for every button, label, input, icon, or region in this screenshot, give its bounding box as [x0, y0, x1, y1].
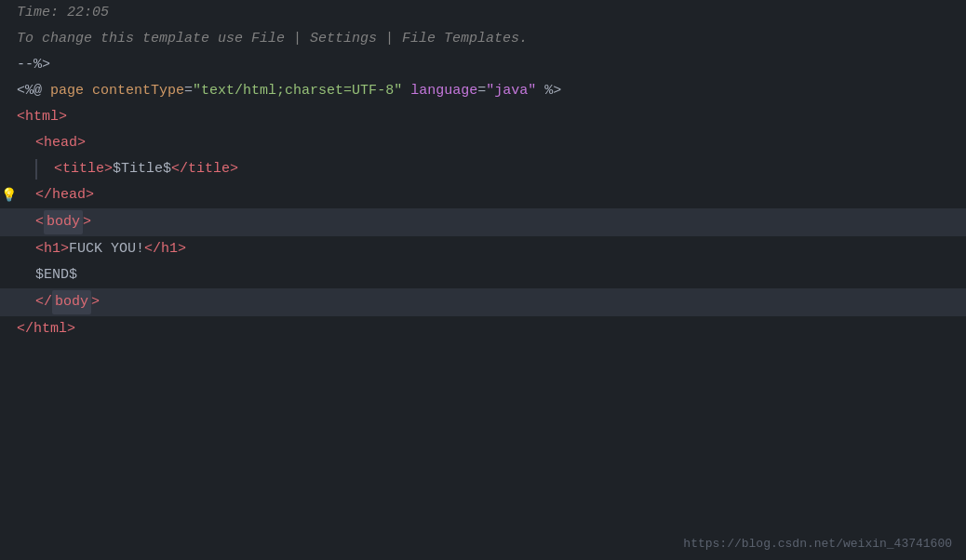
time-comment: Time: 22:05 — [17, 2, 109, 24]
line-body-close: </body> — [0, 288, 966, 316]
content-type-attr: contentType — [92, 80, 184, 102]
line-close-jsp: --%> — [0, 52, 966, 78]
html-open-bracket: < — [17, 106, 25, 128]
line-page-directive: <%@ page contentType="text/html;charset=… — [0, 78, 966, 104]
h1-end-close: > — [178, 238, 186, 260]
page-keyword: page — [50, 80, 84, 102]
title-tag-close: title — [188, 158, 230, 180]
jsp-open: <%@ — [17, 80, 50, 102]
space2 — [402, 80, 410, 102]
body-open-bracket: < — [35, 211, 44, 233]
space1 — [84, 80, 92, 102]
watermark: https://blog.csdn.net/weixin_43741600 — [683, 537, 952, 551]
head-open-bracket: < — [35, 132, 44, 154]
title-close-open: > — [104, 158, 113, 180]
line-h1: <h1>FUCK YOU!</h1> — [0, 236, 966, 262]
h1-open-bracket: < — [35, 238, 44, 260]
html-close-bracket: > — [59, 106, 67, 128]
html-close-bracket2: </ — [17, 318, 34, 340]
line-time: Time: 22:05 — [0, 0, 966, 26]
head-end-bracket: </ — [35, 184, 52, 207]
body-close-bracket2: </ — [35, 291, 52, 313]
eq1: = — [184, 80, 193, 102]
h1-content: FUCK YOU! — [69, 238, 144, 260]
title-close-bracket: </ — [171, 158, 188, 180]
line-html-close: </html> — [0, 316, 966, 342]
html-tag: html — [25, 106, 59, 128]
title-variable: $Title$ — [113, 158, 171, 180]
body-tag-open: body — [44, 210, 83, 234]
head-end-close: > — [86, 184, 94, 207]
template-comment: To change this template use File | Setti… — [17, 28, 528, 50]
html-end-bracket: > — [67, 318, 75, 340]
title-end-bracket: > — [230, 158, 238, 180]
end-variable: $END$ — [35, 264, 77, 287]
line-title: <title>$Title$</title> — [0, 156, 966, 182]
line-head-close: 💡 </head> — [0, 182, 966, 208]
h1-end-bracket: </ — [144, 238, 161, 260]
title-tag-open: title — [62, 158, 104, 180]
title-open-bracket: < — [54, 158, 62, 180]
line-end: $END$ — [0, 262, 966, 288]
body-close-bracket: > — [83, 211, 91, 233]
head-close-tag: head — [52, 184, 86, 207]
content-type-val: "text/html;charset=UTF-8" — [193, 80, 402, 102]
head-close-bracket: > — [77, 132, 86, 154]
line-body-open: <body> — [0, 208, 966, 236]
jsp-close: %> — [544, 80, 561, 102]
language-val: "java" — [486, 80, 536, 102]
language-attr: language — [410, 80, 477, 102]
body-tag-close: body — [52, 290, 91, 314]
space3 — [536, 80, 544, 102]
bulb-icon: 💡 — [1, 185, 17, 206]
html-close-tag: html — [34, 318, 67, 340]
line-html-open: <html> — [0, 104, 966, 130]
code-editor: Time: 22:05 To change this template use … — [0, 0, 966, 560]
h1-tag-open: h1 — [44, 238, 60, 260]
close-jsp-tag: --%> — [17, 54, 50, 76]
body-end-bracket: > — [91, 291, 100, 313]
eq2: = — [477, 80, 486, 102]
h1-tag-close: h1 — [161, 238, 178, 260]
head-tag: head — [44, 132, 77, 154]
h1-close-open: > — [60, 238, 69, 260]
line-template-comment: To change this template use File | Setti… — [0, 26, 966, 52]
line-head-open: <head> — [0, 130, 966, 156]
